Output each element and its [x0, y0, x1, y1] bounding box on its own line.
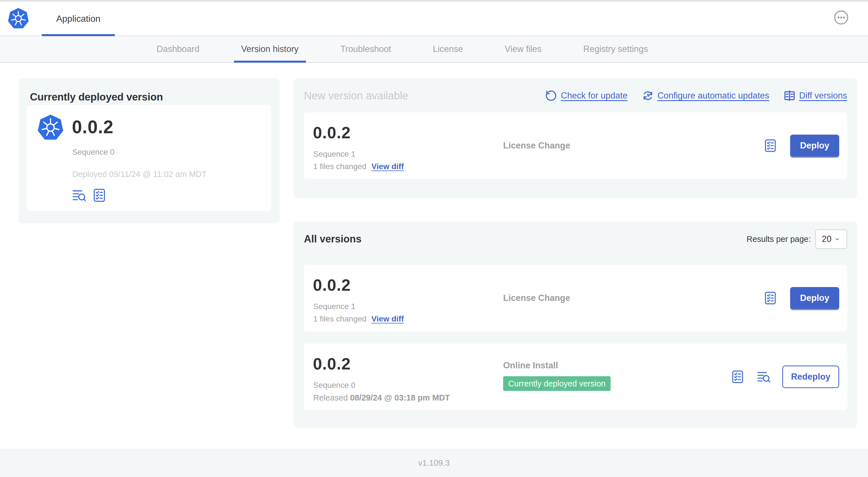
- ellipsis-menu-button[interactable]: [834, 10, 848, 25]
- kubernetes-logo-icon: [7, 7, 29, 29]
- release-notes-label: License Change: [503, 141, 570, 151]
- released-timestamp: 08/29/24 @ 03:18 pm MDT: [350, 393, 450, 402]
- deployed-timestamp: Deployed 09/11/24 @ 11:02 am MDT: [72, 170, 207, 179]
- new-version-row: 0.0.2 Sequence 1 1 files changed View di…: [304, 112, 847, 179]
- new-version-panel: New version available Check for update: [293, 78, 857, 198]
- currently-deployed-title: Currently deployed version: [30, 91, 163, 103]
- app-window: Application Dashboard Version history Tr…: [0, 0, 868, 477]
- version-sequence: Sequence 1: [313, 302, 355, 311]
- results-per-page-select[interactable]: 20: [815, 230, 847, 249]
- preflight-checks-icon[interactable]: [92, 188, 107, 203]
- install-source-label: Online Install: [503, 360, 558, 370]
- main-content: Currently deployed version 0.0: [0, 63, 868, 449]
- currently-deployed-panel: Currently deployed version 0.0: [18, 78, 280, 223]
- currently-deployed-card: 0.0.2 Sequence 0 Deployed 09/11/24 @ 11:…: [27, 105, 271, 211]
- app-title-tab[interactable]: Application: [42, 2, 115, 35]
- footer: v1.109.3: [0, 449, 868, 477]
- deployed-sequence: Sequence 0: [72, 148, 114, 157]
- view-diff-link[interactable]: View diff: [371, 162, 404, 171]
- tab-license[interactable]: License: [433, 36, 463, 62]
- diff-versions-link[interactable]: Diff versions: [783, 89, 847, 102]
- version-sequence: Sequence 0: [313, 381, 355, 390]
- released-label: Released: [313, 393, 350, 402]
- tab-version-history[interactable]: Version history: [241, 36, 299, 62]
- new-version-title: New version available: [304, 90, 408, 102]
- files-changed-label: 1 files changed: [313, 162, 366, 171]
- configure-automatic-updates-link[interactable]: Configure automatic updates: [642, 89, 769, 102]
- deploy-logs-icon[interactable]: [71, 188, 87, 203]
- tab-view-files[interactable]: View files: [505, 36, 541, 62]
- tab-dashboard[interactable]: Dashboard: [157, 36, 199, 62]
- preflight-checks-icon[interactable]: [763, 291, 778, 305]
- version-row: 0.0.2 Sequence 0 Released 08/29/24 @ 03:…: [304, 344, 847, 410]
- diff-icon: [783, 89, 796, 102]
- deploy-button[interactable]: Deploy: [790, 135, 839, 157]
- deployed-version-number: 0.0.2: [72, 117, 114, 138]
- app-nav: Dashboard Version history Troubleshoot L…: [0, 36, 868, 63]
- all-versions-panel: All versions Results per page: 20 0.0.2 …: [293, 221, 857, 428]
- currently-deployed-badge: Currently deployed version: [503, 376, 611, 391]
- preflight-checks-icon[interactable]: [730, 369, 745, 384]
- version-number: 0.0.2: [313, 123, 351, 142]
- deploy-button[interactable]: Deploy: [790, 287, 839, 309]
- check-for-update-link[interactable]: Check for update: [545, 89, 627, 102]
- auto-update-clock-icon: [642, 89, 654, 102]
- kubernetes-app-icon: [37, 114, 64, 141]
- files-changed-label: 1 files changed: [313, 315, 366, 324]
- app-tab-active-underline: [42, 34, 115, 36]
- deploy-logs-icon[interactable]: [756, 369, 771, 384]
- console-version-label: v1.109.3: [418, 458, 450, 468]
- preflight-checks-icon[interactable]: [763, 138, 778, 153]
- chevron-down-icon: [834, 236, 841, 242]
- header: Application: [0, 2, 868, 36]
- refresh-icon: [545, 89, 558, 102]
- version-number: 0.0.2: [313, 354, 351, 373]
- version-row: 0.0.2 Sequence 1 1 files changed View di…: [304, 265, 847, 331]
- all-versions-title: All versions: [304, 233, 362, 245]
- tab-troubleshoot[interactable]: Troubleshoot: [340, 36, 391, 62]
- redeploy-button[interactable]: Redeploy: [782, 365, 839, 388]
- version-number: 0.0.2: [313, 275, 351, 294]
- version-sequence: Sequence 1: [313, 150, 355, 159]
- tab-registry-settings[interactable]: Registry settings: [583, 36, 648, 62]
- view-diff-link[interactable]: View diff: [371, 315, 404, 324]
- release-notes-label: License Change: [503, 293, 570, 303]
- results-per-page-label: Results per page:: [747, 235, 811, 244]
